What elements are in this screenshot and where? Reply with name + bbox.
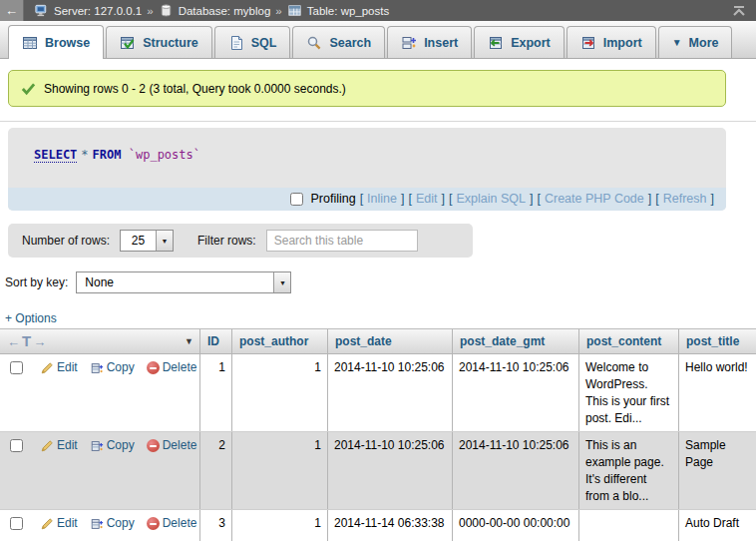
row-checkbox[interactable] [10,439,23,452]
breadcrumb-separator: » [147,5,153,17]
cell-post-date: 2014-11-14 06:33:38 [327,510,452,541]
create-php-code-link[interactable]: Create PHP Code [545,192,644,206]
filter-rows-input[interactable] [266,230,418,252]
sql-icon [228,35,244,51]
cell-post-author: 1 [231,354,327,431]
profiling-checkbox[interactable] [290,193,303,206]
cell-post-content: This is an example page. It's different … [578,432,678,509]
profiling-label: Profiling [310,192,355,206]
bracket: ] [401,192,404,206]
sql-keyword-select[interactable]: SELECT [34,148,77,163]
tab-browse[interactable]: Browse [8,25,104,59]
tab-more-label: More [689,36,719,50]
copy-link: Copy [107,359,135,376]
tab-sql[interactable]: SQL [214,26,291,58]
column-options-widget[interactable]: ←T→ [7,334,46,349]
copy-link: Copy [107,515,135,532]
bracket: ] [648,192,651,206]
success-message-text: Showing rows 0 - 2 (3 total, Query took … [44,82,346,96]
dropdown-arrow-icon: ▼ [273,272,290,292]
cell-post-content [578,510,678,541]
explain-sql-link[interactable]: Explain SQL [456,192,525,206]
breadcrumb-server[interactable]: Server: 127.0.0.1 [54,5,142,17]
column-header-post-content[interactable]: post_content [578,329,678,353]
delete-row-action[interactable]: Delete [147,515,197,532]
cell-post-title: Auto Draft [678,510,756,541]
sort-by-key-row: Sort by key: None ▼ [5,271,756,293]
breadcrumb-table[interactable]: Table: wp_posts [307,5,389,17]
database-icon [159,3,174,18]
delete-row-action[interactable]: Delete [147,359,197,376]
cell-post-author: 1 [231,510,327,541]
bracket: ] [442,192,445,206]
edit-row-action[interactable]: Edit [40,359,78,376]
tab-export[interactable]: Export [474,26,565,58]
tab-insert-label: Insert [424,36,458,50]
tab-sql-label: SQL [251,36,277,50]
breadcrumb-database[interactable]: Database: myblog [179,5,271,17]
sql-query-text: SELECT*FROM `wp_posts` [8,128,726,188]
delete-row-action[interactable]: Delete [147,437,197,454]
refresh-link[interactable]: Refresh [663,192,707,206]
edit-link: Edit [57,437,78,454]
cell-post-date-gmt: 2014-11-10 10:25:06 [452,432,578,509]
collapse-panel-icon[interactable] [732,5,746,17]
column-header-id[interactable]: ID [199,329,231,353]
actions-header: ←T→ ▼ [0,329,199,353]
cell-post-title: Hello world! [678,354,756,431]
number-of-rows-value: 25 [121,231,156,251]
sql-query-box: SELECT*FROM `wp_posts` Profiling [ Inlin… [8,128,726,211]
delete-link: Delete [163,437,197,454]
bracket: [ [449,192,452,206]
copy-link: Copy [107,437,135,454]
copy-row-action[interactable]: Copy [90,437,135,454]
tab-search-label: Search [329,36,371,50]
sort-dropdown-icon[interactable]: ▼ [185,336,193,346]
tab-import[interactable]: Import [567,26,656,58]
profiling-bar: Profiling [ Inline ] [ Edit ] [ Explain … [8,188,726,211]
column-header-post-date[interactable]: post_date [327,329,452,353]
delete-icon [147,439,160,452]
delete-link: Delete [163,515,197,532]
cell-post-date: 2014-11-10 10:25:06 [327,432,452,509]
bracket: [ [655,192,658,206]
export-icon [488,35,504,51]
number-of-rows-select[interactable]: 25 ▼ [120,230,174,252]
structure-icon [120,35,136,51]
tab-import-label: Import [603,36,642,50]
tab-search[interactable]: Search [292,26,385,58]
row-checkbox[interactable] [10,361,23,374]
back-button[interactable]: ← [0,0,24,21]
copy-row-action[interactable]: Copy [90,515,135,532]
row-checkbox[interactable] [10,517,23,530]
column-header-post-author[interactable]: post_author [231,329,327,353]
success-message: Showing rows 0 - 2 (3 total, Query took … [8,70,726,107]
cell-post-date-gmt: 2014-11-10 10:25:06 [452,354,578,431]
row-actions: Edit Copy Delete [0,432,199,509]
row-actions: Edit Copy Delete [0,354,199,431]
tee-icon: T [22,332,31,349]
breadcrumb-separator: » [275,5,281,17]
sort-by-key-select[interactable]: None ▼ [76,271,291,293]
inline-link[interactable]: Inline [367,192,397,206]
edit-row-action[interactable]: Edit [40,515,78,532]
cell-post-author: 1 [231,432,327,509]
column-header-post-title[interactable]: post_title [678,329,756,353]
tab-more[interactable]: ▼ More [658,26,733,58]
edit-link: Edit [57,515,78,532]
right-arrow-icon: → [33,334,46,349]
edit-query-link[interactable]: Edit [416,192,438,206]
number-of-rows-label: Number of rows: [22,234,110,248]
cell-post-content: Welcome to WordPress. This is your first… [578,354,678,431]
tab-structure[interactable]: Structure [106,26,212,58]
breadcrumb: Server: 127.0.0.1 » Database: myblog » T… [24,3,732,18]
pencil-icon [40,517,54,531]
column-header-post-date-gmt[interactable]: post_date_gmt [452,329,578,353]
options-toggle-link[interactable]: + Options [5,311,57,325]
edit-row-action[interactable]: Edit [40,437,78,454]
copy-row-action[interactable]: Copy [90,359,135,376]
table-row: Edit Copy Delete 3 1 2014-11-14 06:33:38… [0,510,756,541]
cell-post-title: Sample Page [678,432,756,509]
table-header-row: ←T→ ▼ ID post_author post_date post_date… [0,328,756,354]
tab-insert[interactable]: Insert [387,26,472,58]
